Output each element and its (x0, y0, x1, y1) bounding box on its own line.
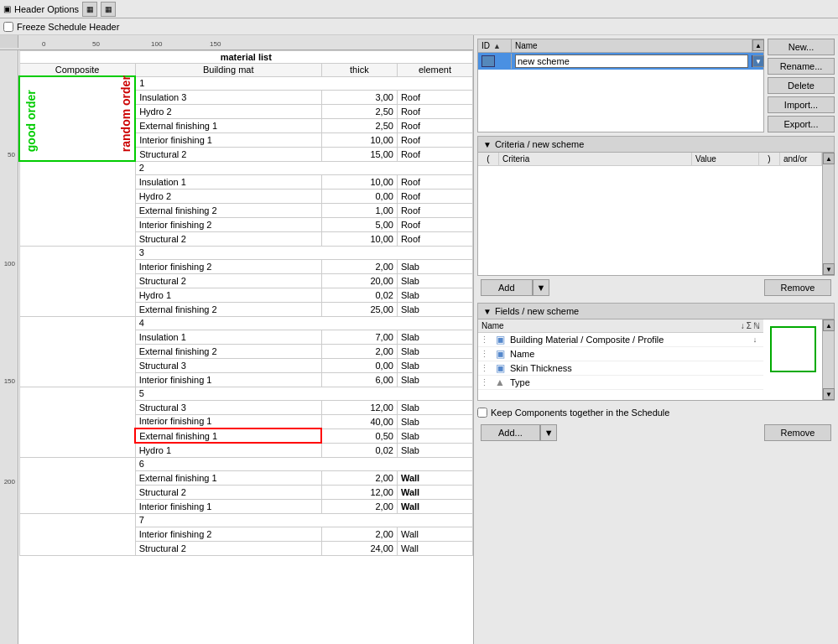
scheme-scroll-up[interactable]: ▲ (752, 39, 764, 51)
building-mat-cell: Structural 3 (135, 400, 321, 414)
element-cell: Roof (397, 118, 472, 132)
element-cell: Slab (397, 372, 472, 387)
footer-add-button[interactable]: Add... (481, 424, 540, 441)
col-header-thick: thick (321, 64, 397, 77)
footer-add-dropdown[interactable]: ▼ (540, 424, 557, 441)
group-number-2: 2 (135, 161, 472, 174)
green-preview-box (770, 326, 816, 372)
keep-together-checkbox[interactable] (477, 408, 487, 418)
criteria-scroll-down[interactable]: ▼ (823, 263, 835, 275)
element-cell: Wall (397, 499, 472, 513)
thick-cell: 1,00 (321, 203, 397, 217)
freeze-checkbox[interactable] (3, 22, 13, 32)
criteria-section-header[interactable]: ▼ Criteria / new scheme (477, 136, 835, 152)
element-cell: Wall (397, 541, 472, 555)
building-mat-cell: External finishing 1 (135, 428, 321, 443)
composite-cell-2 (19, 161, 135, 246)
thick-cell: 25,00 (321, 302, 397, 316)
thick-cell: 2,50 (321, 118, 397, 132)
element-cell: Wall (397, 527, 472, 541)
element-cell: Slab (397, 259, 472, 273)
scheme-buttons: New... Rename... Delete Import... Export… (768, 39, 835, 132)
criteria-scrollbar[interactable]: ▲ ▼ (822, 153, 834, 275)
keep-together-row: Keep Components together in the Schedule (474, 404, 838, 421)
element-cell: Roof (397, 217, 472, 231)
building-mat-cell: Interior finishing 2 (135, 527, 321, 541)
field-name-2: Name (508, 349, 748, 359)
footer-remove-button[interactable]: Remove (764, 424, 831, 441)
thick-cell: 10,00 (321, 174, 397, 189)
criteria-add-dropdown[interactable]: ▼ (533, 279, 549, 296)
thick-cell: 2,00 (321, 527, 397, 541)
group-row-1: good orderrandom order1 (19, 76, 473, 90)
keep-together-label: Keep Components together in the Schedule (491, 408, 669, 418)
schedule-table-wrap: material list Composite Building mat thi… (18, 50, 473, 644)
building-mat-cell: Insulation 3 (135, 90, 321, 104)
scheme-row-scroll[interactable]: ▼ (752, 55, 764, 67)
crit-col-open-paren: ( (478, 153, 499, 165)
group-row-3: 3 (19, 246, 473, 259)
building-mat-cell: Interior finishing 1 (135, 132, 321, 147)
building-mat-cell: Insulation 1 (135, 330, 321, 344)
criteria-body (478, 166, 822, 275)
delete-button[interactable]: Delete (768, 77, 835, 94)
composite-cell-7 (19, 513, 135, 555)
fields-scroll-down[interactable]: ▼ (823, 388, 835, 400)
criteria-footer: Add ▼ Remove (477, 276, 835, 299)
building-mat-cell: Hydro 1 (135, 288, 321, 302)
field-drag-3[interactable]: ⋮ (480, 363, 492, 374)
scheme-name-input[interactable] (515, 55, 748, 68)
toolbar-btn-1[interactable]: ▦ (82, 2, 97, 17)
thick-cell: 2,00 (321, 470, 397, 485)
criteria-add-button[interactable]: Add (481, 279, 533, 296)
group-row-4: 4 (19, 316, 473, 330)
building-mat-cell: Interior finishing 2 (135, 217, 321, 231)
import-button[interactable]: Import... (768, 96, 835, 113)
thick-cell: 2,00 (321, 344, 397, 358)
fields-scrollbar[interactable]: ▲ ▼ (822, 319, 834, 400)
scheme-col-name-header[interactable]: Name (512, 39, 752, 52)
field-name-1: Building Material / Composite / Profile (508, 335, 748, 345)
fields-title: Fields / new scheme (495, 306, 579, 316)
element-cell: Roof (397, 90, 472, 104)
scheme-scrollbar[interactable]: ▲ (752, 39, 763, 52)
element-cell: Slab (397, 358, 472, 372)
criteria-remove-button[interactable]: Remove (764, 279, 831, 296)
right-panel: ID ▲ Name ▲ (474, 35, 838, 644)
element-cell: Wall (397, 485, 472, 499)
fields-section-header[interactable]: ▼ Fields / new scheme (477, 303, 835, 319)
thick-cell: 0,02 (321, 443, 397, 457)
scheme-row[interactable]: ▼ (478, 53, 763, 70)
table-title: material list (19, 51, 473, 64)
composite-cell-3 (19, 246, 135, 316)
field-icon-skin: ▣ (492, 348, 508, 360)
group-number-5: 5 (135, 387, 472, 400)
group-number-6: 6 (135, 457, 472, 470)
element-cell: Slab (397, 288, 472, 302)
row-ruler: 50 100 150 200 (0, 50, 18, 644)
building-mat-cell: Structural 3 (135, 358, 321, 372)
new-button[interactable]: New... (768, 39, 835, 55)
export-button[interactable]: Export... (768, 116, 835, 132)
field-drag-4[interactable]: ⋮ (480, 377, 492, 388)
composite-cell-1: good orderrandom order (19, 76, 135, 161)
thick-cell: 2,00 (321, 259, 397, 273)
building-mat-cell: External finishing 1 (135, 118, 321, 132)
scheme-list: ID ▲ Name ▲ (477, 39, 764, 132)
criteria-scroll-up[interactable]: ▲ (823, 153, 835, 164)
field-drag-1[interactable]: ⋮ (480, 335, 492, 345)
crit-col-close-paren: ) (759, 153, 780, 165)
building-mat-cell: External finishing 2 (135, 302, 321, 316)
group-number-1: 1 (135, 76, 472, 90)
toolbar-btn-2[interactable]: ▦ (101, 2, 116, 17)
element-cell: Wall (397, 470, 472, 485)
fields-scroll-up[interactable]: ▲ (823, 319, 835, 331)
field-icon-thickness: ▣ (492, 362, 508, 374)
rename-button[interactable]: Rename... (768, 58, 835, 75)
field-drag-2[interactable]: ⋮ (480, 349, 492, 360)
ruler-mark-100: 100 (151, 40, 162, 48)
fields-header: Name ↓ Σ ℕ (478, 319, 763, 333)
group-number-7: 7 (135, 513, 472, 527)
thick-cell: 0,02 (321, 288, 397, 302)
scheme-col-id-header[interactable]: ID ▲ (478, 39, 512, 52)
